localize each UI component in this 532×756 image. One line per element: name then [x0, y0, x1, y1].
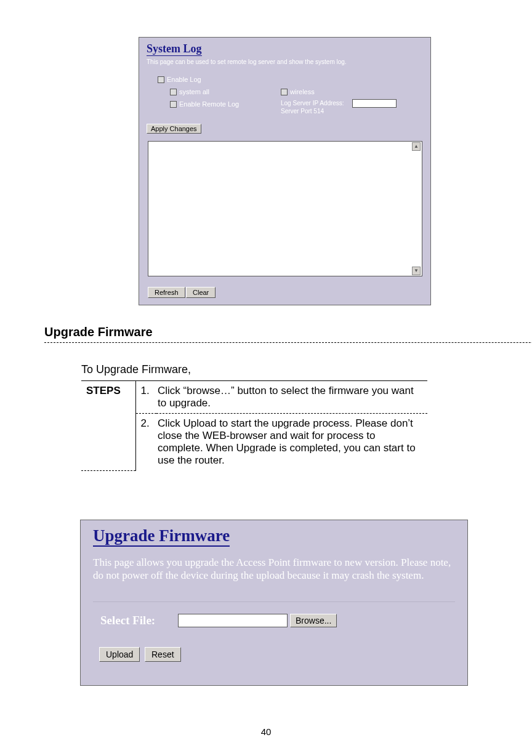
system-log-panel: System Log This page can be used to set …	[139, 37, 431, 305]
checkbox-icon	[170, 89, 177, 95]
section-heading: Upgrade Firmware	[44, 325, 153, 339]
checkbox-icon	[170, 101, 177, 108]
apply-changes-button[interactable]: Apply Changes	[147, 124, 201, 134]
table-row: STEPS 1. Click “browse…” button to selec…	[81, 381, 427, 414]
reset-button[interactable]: Reset	[145, 647, 181, 662]
step-number: 1.	[135, 381, 156, 414]
system-log-desc: This page can be used to set remote log …	[147, 58, 423, 65]
step-text: Click Upload to start the upgrade proces…	[156, 414, 427, 471]
enable-remote-log-checkbox[interactable]: Enable Remote Log	[170, 100, 239, 108]
upgrade-firmware-panel: Upgrade Firmware This page allows you up…	[80, 520, 468, 686]
upgrade-firmware-title: Upgrade Firmware	[93, 526, 230, 547]
page-number: 40	[0, 726, 532, 737]
section-heading-underline	[44, 342, 532, 343]
enable-log-label: Enable Log	[167, 76, 201, 83]
browse-button[interactable]: Browse...	[290, 614, 337, 627]
wireless-checkbox[interactable]: wireless	[281, 88, 315, 95]
system-all-checkbox[interactable]: system all	[170, 88, 209, 95]
system-all-label: system all	[179, 88, 209, 95]
checkbox-icon	[281, 89, 288, 95]
refresh-button[interactable]: Refresh	[148, 287, 185, 298]
enable-log-checkbox[interactable]: Enable Log	[158, 76, 201, 83]
log-server-ip-input[interactable]	[352, 99, 397, 108]
checkbox-icon	[158, 76, 164, 83]
steps-table: STEPS 1. Click “browse…” button to selec…	[81, 380, 427, 471]
upload-button[interactable]: Upload	[99, 647, 140, 662]
clear-button[interactable]: Clear	[186, 287, 216, 298]
log-server-ip-label: Log Server IP Address: Server Port 514	[281, 99, 344, 115]
upgrade-firmware-desc: This page allows you upgrade the Access …	[93, 556, 455, 582]
select-file-label: Select File:	[100, 614, 155, 627]
intro-text: To Upgrade Firmware,	[81, 363, 191, 376]
separator	[93, 601, 455, 602]
enable-remote-log-label: Enable Remote Log	[179, 100, 239, 108]
system-log-textarea[interactable]	[148, 141, 422, 276]
scroll-up-icon[interactable]: ▲	[412, 142, 421, 151]
select-file-input[interactable]	[178, 614, 288, 627]
wireless-label: wireless	[290, 88, 315, 95]
system-log-title: System Log	[147, 42, 202, 56]
step-text: Click “browse…” button to select the fir…	[156, 381, 427, 414]
scroll-down-icon[interactable]: ▼	[412, 267, 421, 275]
step-number: 2.	[135, 414, 156, 471]
steps-label: STEPS	[81, 381, 135, 471]
